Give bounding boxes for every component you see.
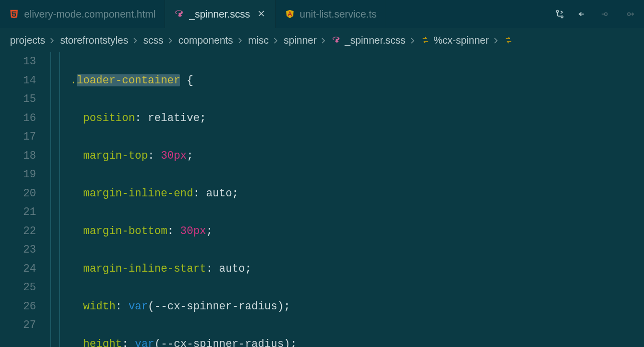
code-line: margin-bottom: 30px; [70,222,644,241]
code-line: margin-inline-end: auto; [70,184,644,203]
line-number: 16 [0,109,36,128]
sass-icon [332,36,341,45]
chevron-right-icon [49,35,56,46]
tab-label: elivery-mode.component.html [24,9,155,20]
chevron-right-icon [132,35,139,46]
crumb-symbol-cx-spinner[interactable]: %cx-spinner [421,35,489,46]
tab-bar: elivery-mode.component.html _spinner.scs… [0,0,644,28]
crumb-projects[interactable]: projects [10,35,45,46]
line-number: 19 [0,165,36,184]
tab-unit-list-service[interactable]: unit-list.service.ts [276,0,386,28]
symbol-icon [421,36,430,45]
svg-point-3 [627,13,630,16]
prev-change-icon[interactable] [600,8,612,20]
undo-icon[interactable] [577,8,589,20]
chevron-right-icon [237,35,244,46]
chevron-right-icon [168,35,175,46]
line-number: 22 [0,222,36,241]
breadcrumb: projects storefrontstyles scss component… [0,28,644,52]
code-line: height: var(--cx-spinner-radius); [70,335,644,348]
svg-point-1 [561,16,563,18]
line-number: 15 [0,90,36,109]
chevron-right-icon [273,35,280,46]
symbol-icon [504,36,513,45]
line-number: 14 [0,71,36,90]
svg-point-2 [604,13,607,16]
line-number: 24 [0,260,36,279]
code-content[interactable]: .loader-container { position: relative; … [70,52,644,347]
indent-guides [50,52,70,347]
line-number: 13 [0,52,36,71]
compare-changes-icon[interactable] [554,8,566,20]
crumb-misc[interactable]: misc [248,35,269,46]
svg-point-0 [556,10,558,12]
html5-icon [9,9,19,19]
close-icon[interactable] [257,9,266,20]
code-line: margin-top: 30px; [70,147,644,166]
code-editor[interactable]: 131415161718192021222324252627 .loader-c… [0,52,644,347]
crumb-scss[interactable]: scss [143,35,164,46]
crumb-storefrontstyles[interactable]: storefrontstyles [60,35,128,46]
tab-label: unit-list.service.ts [300,9,377,20]
line-number: 18 [0,147,36,166]
line-number: 21 [0,203,36,222]
angular-icon [285,9,295,19]
code-line: .loader-container { [70,71,644,90]
code-line: width: var(--cx-spinner-radius); [70,297,644,316]
line-number: 17 [0,128,36,147]
code-line: position: relative; [70,109,644,128]
editor-actions [554,0,644,28]
tab-label: _spinner.scss [189,9,250,20]
line-number: 23 [0,241,36,260]
tab-delivery-mode[interactable]: elivery-mode.component.html [0,0,165,28]
chevron-right-icon [410,35,417,46]
code-line: margin-inline-start: auto; [70,260,644,279]
crumb-symbol-tail[interactable] [504,36,513,45]
crumb-file[interactable]: _spinner.scss [332,35,405,46]
line-number: 25 [0,278,36,297]
line-number: 26 [0,297,36,316]
sass-icon [174,9,184,19]
tab-spinner-scss[interactable]: _spinner.scss [165,0,275,28]
chevron-right-icon [493,35,500,46]
crumb-components[interactable]: components [179,35,233,46]
line-gutter: 131415161718192021222324252627 [0,52,50,347]
next-change-icon[interactable] [623,8,635,20]
line-number: 27 [0,316,36,335]
crumb-spinner[interactable]: spinner [284,35,317,46]
line-number: 20 [0,184,36,203]
chevron-right-icon [320,35,328,46]
